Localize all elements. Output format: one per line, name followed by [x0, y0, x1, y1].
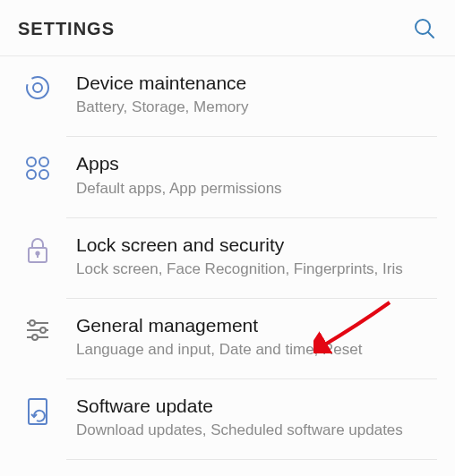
settings-header: SETTINGS — [0, 0, 455, 56]
apps-icon — [9, 144, 66, 183]
item-title: Lock screen and security — [76, 233, 437, 258]
svg-point-3 — [33, 83, 42, 92]
device-maintenance-icon — [9, 64, 66, 103]
item-title: Device maintenance — [76, 71, 437, 96]
item-subtitle: Language and input, Date and time, Reset — [76, 338, 437, 361]
item-title: General management — [76, 313, 437, 338]
update-icon — [9, 387, 66, 428]
lock-icon — [9, 225, 66, 267]
svg-point-4 — [27, 157, 36, 166]
item-title: Software update — [76, 394, 437, 419]
settings-item-software-update[interactable]: Software update Download updates, Schedu… — [0, 383, 455, 463]
svg-point-12 — [30, 320, 35, 326]
item-subtitle: Battery, Storage, Memory — [76, 96, 437, 118]
settings-item-apps[interactable]: Apps Default apps, App permissions — [0, 140, 455, 221]
svg-point-6 — [27, 170, 36, 179]
settings-item-general-management[interactable]: General management Language and input, D… — [0, 302, 455, 383]
sliders-icon — [9, 306, 66, 345]
item-subtitle: Default apps, App permissions — [76, 177, 437, 200]
settings-item-lock-screen-security[interactable]: Lock screen and security Lock screen, Fa… — [0, 222, 455, 302]
search-icon — [413, 17, 436, 40]
settings-item-device-maintenance[interactable]: Device maintenance Battery, Storage, Mem… — [0, 60, 455, 140]
item-subtitle: Download updates, Scheduled software upd… — [76, 419, 437, 441]
svg-line-1 — [428, 32, 434, 38]
svg-point-14 — [40, 327, 46, 333]
item-subtitle: Lock screen, Face Recognition, Fingerpri… — [76, 258, 437, 280]
item-title: Apps — [76, 151, 437, 176]
page-title: SETTINGS — [18, 19, 115, 39]
svg-point-5 — [39, 157, 48, 166]
svg-point-16 — [32, 335, 38, 340]
svg-point-7 — [39, 170, 48, 179]
svg-point-2 — [27, 77, 48, 98]
search-button[interactable] — [412, 16, 437, 41]
